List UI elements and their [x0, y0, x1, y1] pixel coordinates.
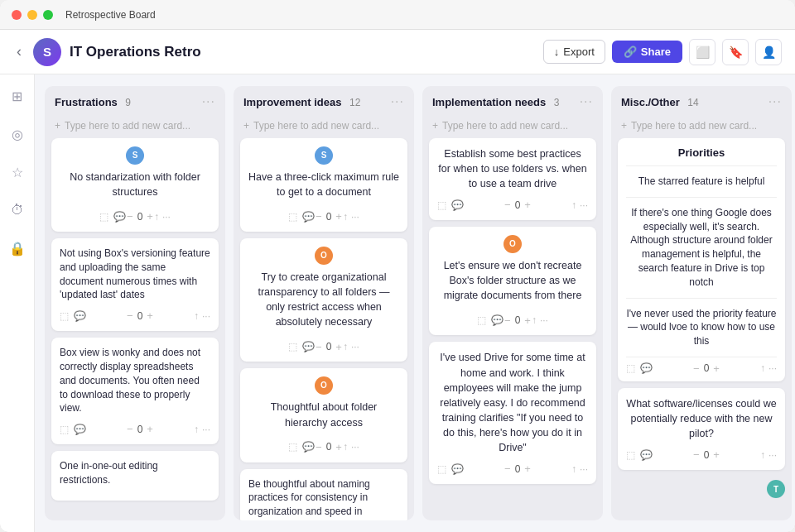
vote-minus-f1[interactable]: −: [126, 209, 134, 225]
vote-plus-imp3[interactable]: +: [523, 462, 532, 477]
vote-minus-priority[interactable]: −: [692, 362, 701, 375]
column-menu-frustrations[interactable]: ···: [202, 94, 215, 109]
upload-icon-imp3[interactable]: ↑: [571, 463, 576, 477]
copy-icon-priority[interactable]: ⬚: [626, 362, 635, 374]
card-footer-m1: ⬚ 💬 − 0 + ↑ ···: [626, 448, 777, 463]
upload-icon-i3[interactable]: ↑: [343, 440, 348, 454]
comment-icon-priority[interactable]: 💬: [640, 362, 653, 374]
copy-icon-i3[interactable]: ⬚: [288, 440, 297, 454]
menu-icon-imp2[interactable]: ···: [540, 314, 548, 328]
comment-icon-i1[interactable]: 💬: [302, 210, 315, 224]
close-button[interactable]: [12, 10, 22, 20]
column-menu-improvement[interactable]: ···: [391, 94, 404, 109]
upload-icon-imp1[interactable]: ↑: [571, 199, 576, 213]
copy-icon-f2[interactable]: ⬚: [60, 309, 69, 324]
comment-icon-f1[interactable]: 💬: [113, 210, 126, 224]
vote-minus-imp2[interactable]: −: [504, 314, 512, 329]
comment-icon-m1[interactable]: 💬: [640, 448, 653, 463]
menu-icon-f1[interactable]: ···: [162, 210, 171, 224]
add-card-implementation[interactable]: + Type here to add new card...: [422, 116, 603, 138]
card-text-f4: One in-one-out editing restrictions.: [60, 459, 210, 487]
vote-plus-i3[interactable]: +: [335, 440, 343, 456]
copy-icon-m1[interactable]: ⬚: [626, 448, 635, 463]
vote-f3: − 0 +: [126, 422, 154, 438]
add-card-misc[interactable]: + Type here to add new card...: [611, 116, 792, 138]
column-menu-misc[interactable]: ···: [768, 94, 782, 109]
menu-icon-f2[interactable]: ···: [202, 309, 210, 324]
menu-icon-m1[interactable]: ···: [768, 448, 777, 463]
copy-icon-i1[interactable]: ⬚: [288, 210, 297, 224]
vote-count-i3: 0: [326, 440, 332, 454]
card-f2: Not using Box's versioning feature and u…: [51, 238, 219, 331]
vote-minus-i2[interactable]: −: [315, 340, 323, 356]
copy-icon-imp2[interactable]: ⬚: [477, 314, 486, 328]
bookmark-button[interactable]: 🔖: [722, 39, 749, 65]
comment-icon-imp1[interactable]: 💬: [451, 199, 464, 213]
vote-minus-imp1[interactable]: −: [504, 198, 512, 213]
add-card-improvement[interactable]: + Type here to add new card...: [234, 116, 414, 138]
monitor-icon: ⬜: [696, 46, 710, 59]
minimize-button[interactable]: [27, 10, 37, 20]
maximize-button[interactable]: [43, 10, 53, 20]
vote-plus-m1[interactable]: +: [712, 448, 720, 463]
menu-icon-priority[interactable]: ···: [768, 362, 777, 374]
vote-minus-f2[interactable]: −: [126, 309, 134, 324]
vote-plus-i2[interactable]: +: [335, 340, 343, 356]
comment-icon-imp3[interactable]: 💬: [451, 463, 464, 477]
vote-minus-i3[interactable]: −: [315, 440, 323, 456]
vote-plus-i1[interactable]: +: [335, 209, 343, 225]
share-button[interactable]: 🔗 Share: [612, 41, 682, 63]
column-misc: Misc./Other 14 ··· + Type here to add ne…: [611, 86, 792, 520]
upload-icon-priority[interactable]: ↑: [760, 362, 765, 374]
copy-icon-imp1[interactable]: ⬚: [437, 199, 446, 213]
sidebar-lock-icon[interactable]: 🔒: [6, 237, 29, 260]
vote-plus-f3[interactable]: +: [146, 422, 154, 438]
comment-icon-f2[interactable]: 💬: [74, 309, 86, 324]
menu-icon-i3[interactable]: ···: [351, 440, 359, 454]
vote-plus-f1[interactable]: +: [146, 209, 154, 225]
menu-icon-f3[interactable]: ···: [202, 423, 210, 437]
comment-icon-i2[interactable]: 💬: [302, 340, 315, 354]
vote-plus-priority[interactable]: +: [712, 362, 720, 375]
upload-icon-i2[interactable]: ↑: [343, 340, 348, 354]
upload-icon-imp2[interactable]: ↑: [532, 314, 537, 328]
sidebar-clock-icon[interactable]: ⏱: [6, 199, 29, 222]
upload-icon-i1[interactable]: ↑: [343, 210, 348, 224]
menu-icon-i1[interactable]: ···: [351, 210, 359, 224]
upload-icon-f1[interactable]: ↑: [154, 210, 159, 224]
vote-minus-imp3[interactable]: −: [504, 462, 512, 477]
vote-minus-i1[interactable]: −: [315, 209, 323, 225]
back-button[interactable]: ‹: [13, 40, 25, 64]
menu-icon-imp1[interactable]: ···: [580, 199, 588, 213]
card-i3: O Thoughtful about folder hierarchy acce…: [240, 368, 407, 462]
copy-icon-i2[interactable]: ⬚: [288, 340, 297, 354]
upload-icon-f3[interactable]: ↑: [194, 423, 199, 437]
misc-avatar-bottom: T: [767, 480, 785, 498]
card-text-f1: No standarization with folder structures: [60, 170, 210, 199]
monitor-button[interactable]: ⬜: [689, 39, 716, 65]
sidebar-star-icon[interactable]: ☆: [6, 161, 29, 184]
vote-plus-imp1[interactable]: +: [523, 198, 532, 213]
comment-icon-imp2[interactable]: 💬: [491, 314, 504, 328]
comment-icon-f3[interactable]: 💬: [74, 423, 86, 437]
copy-icon-f1[interactable]: ⬚: [99, 210, 108, 224]
sidebar-eye-icon[interactable]: ◎: [6, 122, 29, 146]
card-text-i3: Thoughtful about folder hierarchy access: [248, 400, 399, 429]
user-button[interactable]: 👤: [755, 39, 782, 65]
vote-minus-f3[interactable]: −: [126, 422, 134, 438]
upload-icon-m1[interactable]: ↑: [760, 448, 765, 463]
comment-icon-i3[interactable]: 💬: [302, 440, 315, 454]
vote-plus-imp2[interactable]: +: [523, 314, 532, 329]
menu-icon-i2[interactable]: ···: [351, 340, 359, 354]
vote-plus-f2[interactable]: +: [146, 309, 154, 324]
add-card-frustrations[interactable]: + Type here to add new card...: [45, 116, 225, 138]
column-menu-implementation[interactable]: ···: [580, 94, 593, 109]
sidebar-layers-icon[interactable]: ⊞: [6, 84, 29, 108]
upload-icon-f2[interactable]: ↑: [194, 309, 199, 324]
vote-minus-m1[interactable]: −: [692, 448, 701, 463]
copy-icon-f3[interactable]: ⬚: [60, 423, 69, 437]
copy-icon-imp3[interactable]: ⬚: [437, 463, 446, 477]
menu-icon-imp3[interactable]: ···: [580, 463, 588, 477]
cards-improvement: S Have a three-click maximum rule to get…: [234, 138, 414, 520]
export-button[interactable]: ↓ Export: [543, 40, 605, 64]
